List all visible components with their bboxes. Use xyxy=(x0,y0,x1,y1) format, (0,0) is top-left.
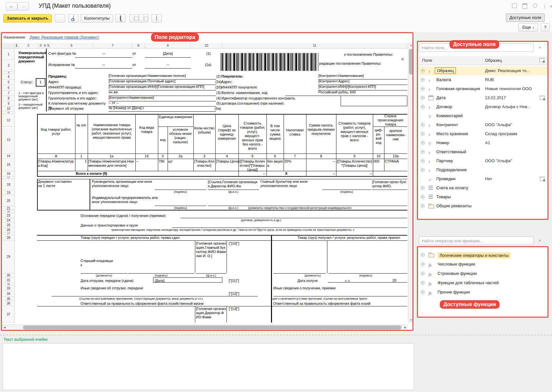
cell-buyer-value[interactable]: [Контрагент.Наименование] xyxy=(318,74,407,79)
barcode[interactable] xyxy=(221,53,318,71)
cell-currency-label[interactable]: Валюта: наименование, код xyxy=(221,91,286,96)
cell-gov-contract-line2[interactable]: договора (соглашения) (при наличии): xyxy=(221,101,333,106)
cell-v-unit-sym[interactable]: шт xyxy=(168,159,181,163)
row-header[interactable]: 19 xyxy=(3,190,15,195)
cell-c-7[interactable]: 7 xyxy=(284,154,306,158)
cell-h-kind[interactable]: Код вида товара xyxy=(136,126,157,140)
paste-style-button[interactable] xyxy=(139,14,148,23)
cell-h-unit-code[interactable]: код xyxy=(159,138,167,146)
cell-c-a[interactable]: А xyxy=(37,154,75,158)
row-header[interactable]: 5 xyxy=(3,79,15,85)
cell-esc10[interactable]: ["[10]"] xyxy=(229,241,248,246)
cell-v-country-code[interactable]: 000 xyxy=(373,159,384,163)
cell-v-excise[interactable]: без акциза xyxy=(267,159,283,168)
cell-c-4[interactable]: 4 xyxy=(215,154,238,158)
row-header[interactable]: 31 xyxy=(3,278,15,283)
cell-gov-contract-line1[interactable]: Идентификатор государственного контракта… xyxy=(221,96,333,101)
cell-c-3[interactable]: 3 xyxy=(193,154,215,158)
cell-v-tax[interactable]: -- xyxy=(306,159,335,163)
row-header[interactable]: 21 xyxy=(3,206,15,210)
column-header[interactable]: 4 xyxy=(43,43,47,49)
cell-ship-date-label[interactable]: Дата отгрузки, передачи (сдачи) xyxy=(81,279,152,283)
save-button[interactable] xyxy=(55,14,65,23)
row-header[interactable]: 29 xyxy=(3,240,15,273)
row-header[interactable]: 8 xyxy=(3,96,15,101)
cell-h-cost-tax[interactable]: Стоимость товаров (работ, услуг), имущес… xyxy=(337,121,372,146)
cell-buyer-inn-value[interactable]: [Контрагент.ИНН]/[Контрагент.КПП] xyxy=(318,85,407,90)
find-button[interactable] xyxy=(115,14,126,23)
cell-reg-line3[interactable]: (в редакции постановления Правительс xyxy=(315,61,407,66)
page-view-button[interactable] xyxy=(151,14,162,23)
cell-h-unit-sym[interactable]: условное обозна-чение (нацио-нальное) xyxy=(168,127,193,150)
cell-v-price[interactable]: [Товары.Цена] xyxy=(216,159,238,164)
cell-buyer-addr-label[interactable]: Адрес: xyxy=(221,80,263,85)
cell-correction-date[interactable]: -- xyxy=(145,62,191,69)
cell-mark1a[interactable]: (1а) xyxy=(205,63,219,68)
cell-other-ship-label[interactable]: Иные сведения об отгрузке, передаче xyxy=(81,286,180,291)
print-preview-button[interactable] xyxy=(68,14,79,23)
cell-receive-date-label[interactable]: Дата получе xyxy=(297,279,326,283)
row-header[interactable]: 30 xyxy=(3,273,15,278)
cell-c-10[interactable]: 10 xyxy=(373,154,384,158)
vertical-scrollbar[interactable]: ▲ ▼ xyxy=(408,43,414,322)
preview-icon[interactable] xyxy=(531,4,538,9)
cell-cap-links[interactable]: (ссылки на неотъемлемые приложения, сопу… xyxy=(53,297,229,301)
cell-status-label[interactable]: Статус: xyxy=(21,80,37,85)
column-header[interactable]: 7 xyxy=(93,43,132,49)
cell-other-receive-label[interactable]: Иные сведения о получении, приемке xyxy=(273,286,373,291)
cell-handed-title[interactable]: Товар (груз) передал / услуги, результат… xyxy=(81,236,232,240)
cell-chief-fio[interactable]: [Головная орган бухгалтер.ФИО. xyxy=(372,180,407,189)
menu-kebab-icon[interactable]: ⋮ xyxy=(541,4,548,9)
cell-payment-doc-label[interactable]: К платежно-расчетному документу № xyxy=(48,101,110,106)
available-fields-toggle[interactable]: Доступные поля xyxy=(506,14,545,22)
cell-h-num[interactable]: № п/п xyxy=(76,123,87,143)
cell-v-code[interactable]: [Товары.Номенклатура.Код] xyxy=(38,159,74,168)
horizontal-scrollbar[interactable]: ◀ ▶ xyxy=(3,324,407,330)
cell-note2[interactable]: 2 – передаточный документ (акт) xyxy=(18,103,47,111)
cell-seller-inn-value[interactable]: [Головная организация.ИНН]/[Головная орг… xyxy=(109,85,216,90)
grid-corner[interactable] xyxy=(3,43,15,49)
save-close-button[interactable]: Записать и закрыть xyxy=(3,14,52,23)
cell-cap-claims[interactable]: ция о наличии/отсутствии претензии; ссыл… xyxy=(272,297,407,301)
cell-h-cost[interactable]: Стоимость товаров (работ, услуг), имущес… xyxy=(239,121,266,146)
column-header[interactable]: 6 xyxy=(50,43,93,49)
cell-h-country-code[interactable]: циф-ро-вой код xyxy=(373,128,384,147)
cell-cap-sign[interactable]: (подпись) xyxy=(322,190,371,194)
column-header[interactable]: 2 xyxy=(18,43,39,49)
cell-reg-line2[interactable]: о xyxy=(402,57,407,61)
cell-h-country[interactable]: Страна происхождения товара xyxy=(373,114,407,126)
cell-shipper-label[interactable]: Грузоотправитель и его адрес: xyxy=(48,91,108,96)
row-header[interactable]: 20 xyxy=(3,195,15,206)
cell-sig-fio-cell[interactable]: [Головная организация.Главный бухгалтер.… xyxy=(196,241,226,272)
cell-total-tax[interactable]: -- xyxy=(306,172,335,176)
row-header[interactable]: 14 xyxy=(3,154,15,159)
cell-h-rate[interactable]: Налоговая ставка xyxy=(284,128,305,137)
scroll-left-icon[interactable]: ◀ xyxy=(4,326,5,329)
row-header[interactable]: 11 xyxy=(3,111,15,114)
cell-shipper-value[interactable]: он же xyxy=(109,90,216,96)
more-button[interactable]: Еще ▾ xyxy=(518,23,538,32)
row-header[interactable]: 37 xyxy=(3,306,15,322)
horizontal-scroll-thumb[interactable] xyxy=(23,325,402,330)
splitter[interactable] xyxy=(0,335,552,335)
row-header[interactable]: 35 xyxy=(3,297,15,301)
cell-mark5a[interactable]: (5а) xyxy=(213,107,223,111)
cell-total-x[interactable]: X xyxy=(266,172,306,176)
cell-esc13[interactable]: ["[13]"] xyxy=(229,307,248,311)
cell-invoice-date[interactable]: [Дата] xyxy=(145,51,191,58)
cell-note1[interactable]: 1 – счет-фактура и передаточный документ… xyxy=(18,91,47,103)
cell-cap-fio[interactable]: (ф.и.о.) xyxy=(208,190,259,194)
cell-v-unit-code[interactable]: 796 xyxy=(159,159,167,163)
cell-cap-position[interactable]: (должность) xyxy=(284,274,342,278)
column-header[interactable]: 3 xyxy=(39,43,43,49)
cell-h-price[interactable]: Цена (тариф) за единицу измерения xyxy=(216,124,238,143)
cell-esc12[interactable]: ["[12]"] xyxy=(229,292,248,296)
cell-seller-addr-value[interactable]: [Головная организация.Почтовый адрес] xyxy=(109,79,216,85)
cell-buyer-label[interactable]: Покупатель: xyxy=(221,74,263,79)
save-icon[interactable] xyxy=(511,4,518,9)
cell-shipping-doc-value[interactable]: № [Номер] от [Дата] г. xyxy=(109,106,216,112)
cell-c-2[interactable]: 2 xyxy=(158,154,168,158)
row-header[interactable]: 2 xyxy=(3,60,15,71)
cell-director-fio-cell[interactable]: [Головная организация.Директор.ФИО.Фами xyxy=(196,307,226,323)
cell-transport-label[interactable]: Данные о транспортировке и грузе xyxy=(81,223,174,228)
